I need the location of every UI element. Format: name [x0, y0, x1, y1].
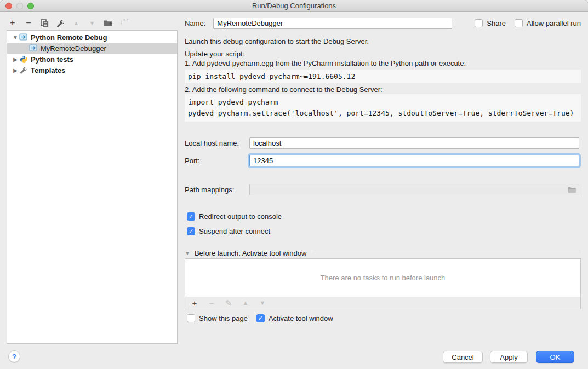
checkbox-unchecked-icon	[187, 314, 195, 322]
browse-path-mappings-button[interactable]	[567, 186, 576, 194]
step1-text: 1. Add pydevd-pycharm.egg from the PyCha…	[185, 59, 466, 67]
python-icon	[19, 55, 28, 64]
path-mappings-label: Path mappings:	[185, 186, 249, 194]
remove-configuration-button[interactable]: −	[24, 18, 33, 28]
apply-button[interactable]: Apply	[490, 351, 528, 363]
plus-icon: +	[192, 299, 197, 307]
minus-icon: −	[26, 19, 31, 27]
show-this-page-checkbox[interactable]: Show this page	[187, 314, 248, 322]
help-button[interactable]: ?	[8, 350, 20, 362]
add-task-button[interactable]: +	[190, 298, 199, 308]
redirect-output-label: Redirect output to console	[199, 212, 282, 221]
copy-configuration-button[interactable]	[39, 18, 49, 28]
configurations-toolbar: + − ▲ ▼ ↓	[8, 17, 129, 29]
close-button[interactable]	[5, 3, 12, 9]
folder-icon	[567, 186, 576, 194]
settrace-code-block[interactable]: import pydevd_pycharm pydevd_pycharm.set…	[185, 94, 581, 122]
update-script-text: Update your script:	[185, 50, 244, 58]
tree-item-label: Python Remote Debug	[31, 33, 107, 42]
tree-item-label: MyRemoteDebugger	[41, 44, 106, 53]
activate-tool-window-checkbox[interactable]: Activate tool window	[256, 314, 333, 322]
share-label: Share	[487, 19, 506, 27]
code-line-1: import pydevd_pycharm	[188, 97, 578, 108]
local-host-name-input[interactable]	[249, 137, 579, 149]
arrow-up-icon: ▲	[243, 300, 249, 306]
wrench-icon	[56, 19, 65, 27]
remote-debug-icon	[19, 33, 28, 42]
activate-tool-window-label: Activate tool window	[269, 314, 333, 322]
move-up-button[interactable]: ▲	[71, 18, 81, 28]
add-configuration-button[interactable]: +	[8, 18, 18, 28]
port-input[interactable]	[249, 155, 579, 166]
pip-install-command[interactable]: pip install pydevd-pycharm~=191.6605.12	[185, 70, 581, 83]
chevron-expanded-icon[interactable]: ▼	[12, 34, 19, 41]
suspend-after-connect-checkbox[interactable]: Suspend after connect	[187, 227, 270, 235]
chevron-collapsed-icon[interactable]: ▶	[12, 67, 19, 73]
plus-icon: +	[10, 19, 15, 27]
pip-command-text: pip install pydevd-pycharm~=191.6605.12	[188, 71, 578, 82]
before-launch-title: Before launch: Activate tool window	[195, 249, 307, 257]
pencil-icon: ✎	[225, 299, 232, 307]
collapse-arrow-icon[interactable]: ▼	[185, 250, 190, 256]
tree-item-python-tests[interactable]: ▶ Python tests	[7, 54, 177, 65]
edit-defaults-button[interactable]	[55, 18, 65, 28]
tree-item-templates[interactable]: ▶ Templates	[7, 65, 177, 76]
section-divider	[313, 253, 581, 253]
checkbox-checked-icon	[256, 314, 265, 322]
remote-debug-icon	[29, 44, 38, 53]
show-this-page-label: Show this page	[199, 314, 248, 322]
tree-item-label: Python tests	[31, 55, 73, 64]
configuration-editor: Name: Share Allow parallel run Launch th…	[185, 0, 581, 369]
sort-alphabetically-icon: ↓ a z	[119, 19, 128, 27]
minus-icon: −	[209, 299, 214, 307]
run-debug-configurations-dialog: Run/Debug Configurations + − ▲ ▼	[0, 0, 588, 369]
move-task-down-button[interactable]: ▼	[258, 298, 267, 308]
ok-button[interactable]: OK	[536, 351, 574, 363]
checkbox-unchecked-icon	[475, 19, 483, 27]
sort-configurations-button[interactable]: ↓ a z	[119, 18, 129, 28]
zoom-button[interactable]	[27, 3, 34, 9]
allow-parallel-run-label: Allow parallel run	[527, 19, 581, 27]
cancel-button[interactable]: Cancel	[443, 351, 483, 363]
suspend-after-connect-label: Suspend after connect	[199, 227, 270, 235]
before-launch-section-header[interactable]: ▼ Before launch: Activate tool window	[185, 249, 581, 257]
code-line-2: pydevd_pycharm.settrace('localhost', por…	[188, 108, 578, 119]
new-folder-icon	[104, 19, 112, 27]
arrow-down-icon: ▼	[89, 20, 95, 26]
copy-icon	[41, 19, 49, 27]
name-label: Name:	[185, 19, 205, 27]
step2-text: 2. Add the following command to connect …	[185, 85, 383, 94]
share-checkbox[interactable]: Share	[475, 19, 506, 27]
port-label: Port:	[185, 157, 249, 165]
tree-item-label: Templates	[31, 66, 65, 74]
arrow-up-icon: ▲	[73, 20, 79, 26]
move-down-button[interactable]: ▼	[87, 18, 97, 28]
checkbox-checked-icon	[187, 227, 195, 235]
tree-item-python-remote-debug[interactable]: ▼ Python Remote Debug	[7, 32, 177, 43]
redirect-output-checkbox[interactable]: Redirect output to console	[187, 212, 282, 221]
new-folder-button[interactable]	[103, 18, 113, 28]
checkbox-checked-icon	[187, 212, 195, 221]
task-list-toolbar: + − ✎ ▲ ▼	[185, 297, 581, 309]
before-launch-task-list[interactable]: There are no tasks to run before launch	[185, 258, 581, 297]
edit-task-button[interactable]: ✎	[224, 298, 233, 308]
templates-wrench-icon	[19, 66, 28, 74]
allow-parallel-run-checkbox[interactable]: Allow parallel run	[515, 19, 581, 27]
tree-item-myremotedebugger[interactable]: MyRemoteDebugger	[7, 43, 177, 54]
no-tasks-message: There are no tasks to run before launch	[321, 274, 446, 282]
arrow-down-icon: ▼	[260, 300, 266, 306]
traffic-lights	[5, 3, 34, 9]
move-task-up-button[interactable]: ▲	[241, 298, 250, 308]
launch-instruction-text: Launch this debug configuration to start…	[185, 37, 369, 45]
name-input[interactable]	[213, 18, 452, 29]
question-mark-icon: ?	[12, 353, 16, 361]
local-host-name-label: Local host name:	[185, 139, 249, 147]
configurations-tree: ▼ Python Remote Debug MyRemoteDebugger ▶	[7, 30, 178, 344]
minimize-button[interactable]	[16, 3, 23, 9]
chevron-collapsed-icon[interactable]: ▶	[12, 56, 19, 62]
remove-task-button[interactable]: −	[207, 298, 216, 308]
path-mappings-input[interactable]	[249, 184, 579, 195]
checkbox-unchecked-icon	[515, 19, 523, 27]
